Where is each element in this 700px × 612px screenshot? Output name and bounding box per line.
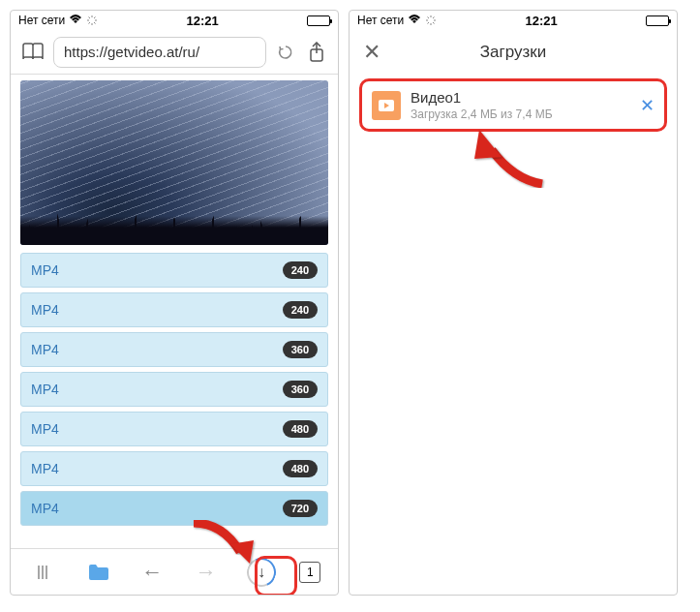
svg-line-6 — [89, 22, 91, 24]
download-item[interactable]: Видео1 Загрузка 2,4 МБ из 7,4 МБ ✕ — [359, 78, 667, 132]
format-label: MP4 — [31, 382, 59, 397]
video-file-icon — [372, 91, 401, 120]
download-name: Видео1 — [411, 89, 630, 106]
quality-badge: 480 — [283, 460, 318, 477]
wifi-icon — [408, 14, 421, 27]
battery-icon — [646, 15, 669, 26]
downloads-title: Загрузки — [350, 43, 677, 62]
svg-line-18 — [433, 22, 435, 24]
svg-line-17 — [428, 17, 430, 19]
tabs-icon[interactable]: 1 — [299, 562, 320, 583]
downloads-screen: Нет сети 12:21 ✕ Загрузки Видео1 Загрузк… — [349, 10, 678, 596]
quality-badge: 240 — [283, 261, 318, 279]
status-time: 12:21 — [187, 14, 219, 28]
format-option[interactable]: MP4360 — [20, 372, 328, 407]
status-time: 12:21 — [526, 14, 558, 28]
svg-line-5 — [94, 22, 96, 24]
battery-icon — [307, 15, 330, 26]
reload-icon[interactable] — [274, 41, 297, 64]
format-option[interactable]: MP4480 — [20, 412, 328, 446]
quality-badge: 720 — [283, 500, 318, 517]
quality-badge: 360 — [283, 341, 318, 358]
quality-badge: 240 — [283, 301, 318, 319]
url-text: https://getvideo.at/ru/ — [64, 44, 199, 60]
browser-toolbar: https://getvideo.at/ru/ — [11, 30, 338, 75]
cancel-download-icon[interactable]: ✕ — [640, 95, 654, 116]
format-label: MP4 — [31, 342, 59, 357]
panels-icon[interactable] — [28, 555, 63, 590]
format-label: MP4 — [31, 461, 59, 476]
format-label: MP4 — [31, 302, 59, 318]
format-label: MP4 — [31, 421, 59, 437]
format-option[interactable]: MP4240 — [20, 253, 328, 288]
svg-line-7 — [94, 17, 96, 19]
svg-line-20 — [433, 17, 435, 19]
format-option[interactable]: MP4360 — [20, 332, 328, 367]
svg-line-4 — [89, 17, 91, 19]
back-icon[interactable]: ← — [135, 555, 169, 590]
format-label: MP4 — [31, 262, 59, 278]
download-status: Загрузка 2,4 МБ из 7,4 МБ — [411, 107, 630, 121]
bookmarks-icon[interactable] — [20, 40, 46, 65]
format-option[interactable]: MP4720 — [20, 491, 328, 526]
share-icon[interactable] — [305, 41, 328, 64]
status-bar: Нет сети 12:21 — [11, 11, 338, 30]
page-content: MP4240MP4240MP4360MP4360MP4480MP4480MP47… — [11, 75, 338, 548]
downloads-button[interactable]: ↓ — [242, 553, 281, 592]
loading-spinner-icon — [86, 15, 98, 26]
carrier-text: Нет сети — [18, 14, 65, 27]
bottom-toolbar: ← → ↓ 1 — [11, 548, 338, 595]
video-thumbnail[interactable] — [20, 80, 328, 245]
close-icon[interactable]: ✕ — [363, 40, 380, 65]
format-option[interactable]: MP4480 — [20, 451, 328, 486]
format-label: MP4 — [31, 501, 59, 516]
downloads-header: ✕ Загрузки — [350, 30, 677, 75]
carrier-text: Нет сети — [357, 14, 404, 27]
quality-badge: 360 — [283, 381, 318, 398]
svg-line-19 — [428, 22, 430, 24]
url-input[interactable]: https://getvideo.at/ru/ — [53, 37, 266, 68]
wifi-icon — [69, 14, 82, 27]
browser-screen: Нет сети 12:21 https://getvideo.at/ru/ — [10, 10, 339, 596]
loading-spinner-icon — [425, 15, 437, 26]
format-option[interactable]: MP4240 — [20, 292, 328, 327]
quality-badge: 480 — [283, 420, 318, 438]
status-bar: Нет сети 12:21 — [350, 11, 677, 30]
folder-icon[interactable] — [81, 555, 116, 590]
forward-icon: → — [189, 555, 224, 590]
